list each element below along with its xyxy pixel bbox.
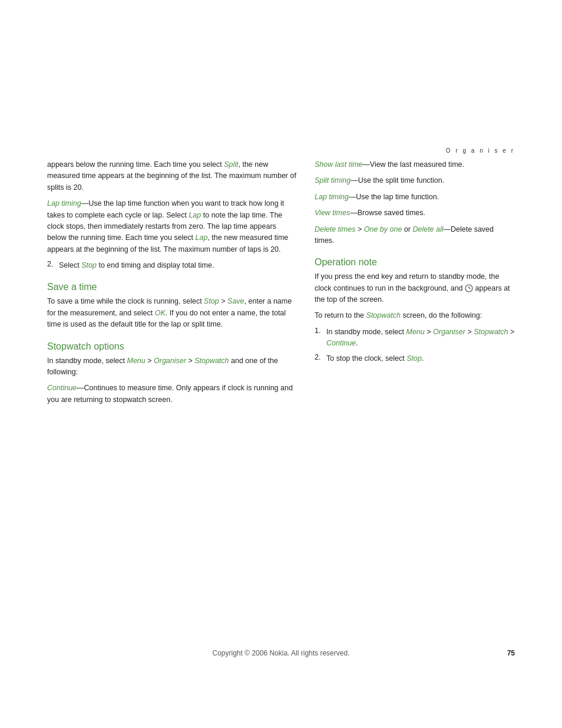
item-2-text: Select Stop to end timing and display to… [59,260,214,271]
stopwatch-text1: In standby mode, select [47,357,127,365]
delete-times-paragraph: Delete times > One by one or Delete all—… [315,224,515,247]
header: O r g a n i s e r [446,144,515,155]
organiser-link1: Organiser [154,357,186,365]
op-step-1-number: 1. [315,327,323,350]
lap-timing-link: Lap timing [47,199,81,207]
menu-link2: Menu [406,328,425,336]
content-area: appears below the running time. Each tim… [0,159,562,410]
op-text4: screen, do the following: [401,311,482,319]
stop-link1: Stop [81,261,97,269]
split-timing-link: Split timing [315,176,351,185]
op-step-1: 1. In standby mode, select Menu > Organi… [315,327,515,350]
op-step-1-text: In standby mode, select Menu > Organiser… [326,327,515,350]
stopwatch-link1: Stopwatch [194,357,229,365]
save-heading: Save a time [47,282,297,292]
continue-paragraph: Continue—Continues to measure time. Only… [47,383,297,406]
header-title: O r g a n i s e r [446,147,515,154]
lap-timing-right-paragraph: Lap timing—Use the lap time function. [315,192,515,203]
delete-arrow: > [355,225,363,233]
clock-icon [465,284,473,292]
ok-link: OK [155,309,166,317]
lap-timing-paragraph: Lap timing—Use the lap time function whe… [47,198,297,255]
operation-heading: Operation note [315,257,515,268]
show-last-paragraph: Show last time—View the last measured ti… [315,159,515,170]
intro-paragraph: appears below the running time. Each tim… [47,159,297,193]
lap-link1: Lap [189,211,201,219]
save-text1: To save a time while the clock is runnin… [47,297,204,305]
menu-link1: Menu [127,357,146,365]
delete-times-link: Delete times [315,225,355,233]
numbered-item-2: 2. Select Stop to end timing and display… [47,260,297,271]
lap-timing-right-link: Lap timing [315,193,349,201]
continue-link: Continue [47,384,77,392]
delete-all-link: Delete all [412,225,443,233]
save-paragraph: To save a time while the clock is runnin… [47,296,297,330]
op-step-2-number: 2. [315,353,323,364]
view-times-link: View times [315,209,350,217]
op-text3: To return to the [315,311,366,319]
split-timing-text: —Use the split time function. [351,176,444,185]
view-times-text: —Browse saved times. [350,209,425,217]
right-column: Show last time—View the last measured ti… [315,159,515,410]
split-link1: Split [224,160,238,169]
stopwatch-link2: Stopwatch [366,311,401,319]
stopwatch-link3: Stopwatch [474,328,508,336]
op-step-2: 2. To stop the clock, select Stop. [315,353,515,364]
one-by-one-link: One by one [364,225,402,233]
show-last-text: —View the last measured time. [362,160,464,169]
intro-text1: appears below the running time. Each tim… [47,160,224,169]
show-last-link: Show last time [315,160,362,169]
stopwatch-arrow2: > [186,357,194,365]
split-timing-paragraph: Split timing—Use the split time function… [315,175,515,186]
continue-text: —Continues to measure time. Only appears… [47,384,293,403]
operation-paragraph2: To return to the Stopwatch screen, do th… [315,310,515,321]
stop-save-link: Stop [204,297,219,305]
continue-link2: Continue [326,339,356,347]
left-column: appears below the running time. Each tim… [47,159,297,410]
save-arrow1: > [219,297,227,305]
stopwatch-arrow1: > [146,357,154,365]
organiser-link2: Organiser [433,328,465,336]
footer: Copyright © 2006 Nokia. All rights reser… [0,649,562,657]
view-times-paragraph: View times—Browse saved times. [315,207,515,219]
save-link: Save [227,297,244,305]
op-step-2-text: To stop the clock, select Stop. [326,353,424,364]
delete-or: or [402,225,412,233]
operation-paragraph1: If you press the end key and return to s… [315,271,515,305]
footer-copyright: Copyright © 2006 Nokia. All rights reser… [213,649,350,657]
lap-timing-right-text: —Use the lap time function. [349,193,439,201]
stopwatch-heading: Stopwatch options [47,341,297,352]
footer-page-number: 75 [507,649,515,657]
stop-link2: Stop [406,354,422,363]
item-number-2: 2. [47,260,55,271]
stopwatch-options-paragraph: In standby mode, select Menu > Organiser… [47,355,297,378]
page: O r g a n i s e r appears below the runn… [0,0,562,728]
lap-link2: Lap [196,233,208,242]
